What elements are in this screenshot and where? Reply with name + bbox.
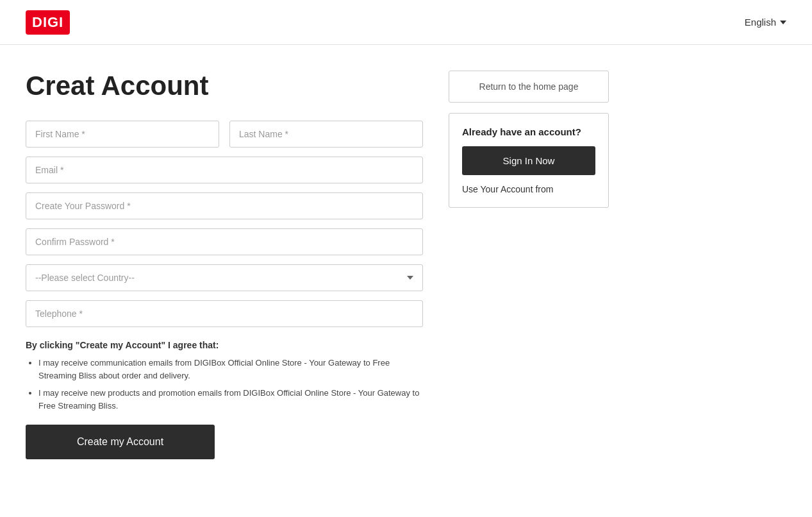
password-input[interactable] — [26, 192, 423, 219]
agreement-title: By clicking "Create my Account" I agree … — [26, 340, 423, 350]
country-group: --Please select Country-- — [26, 264, 423, 291]
already-have-account-text: Already have an account? — [462, 126, 595, 137]
name-row — [26, 121, 423, 148]
agreement-list: I may receive communication emails from … — [26, 357, 423, 412]
main-content: Creat Account --Please select Country-- — [0, 45, 812, 485]
use-account-text: Use Your Account from — [462, 184, 595, 194]
telephone-group — [26, 300, 423, 327]
last-name-input[interactable] — [229, 121, 423, 148]
list-item: I may receive new products and promotion… — [38, 387, 423, 412]
logo: DIGI — [26, 10, 70, 35]
email-input[interactable] — [26, 157, 423, 183]
country-select[interactable]: --Please select Country-- — [26, 264, 423, 291]
password-group — [26, 192, 423, 219]
language-label: English — [745, 17, 776, 28]
chevron-down-icon — [780, 21, 786, 24]
first-name-input[interactable] — [26, 121, 219, 148]
sign-in-card: Already have an account? Sign In Now Use… — [449, 113, 609, 208]
header: DIGI English — [0, 0, 812, 45]
create-account-button[interactable]: Create my Account — [26, 425, 215, 459]
language-selector[interactable]: English — [745, 17, 786, 28]
logo-container: DIGI — [26, 10, 70, 35]
form-section: Creat Account --Please select Country-- — [26, 71, 423, 459]
agreement-section: By clicking "Create my Account" I agree … — [26, 340, 423, 412]
confirm-password-input[interactable] — [26, 228, 423, 255]
list-item: I may receive communication emails from … — [38, 357, 423, 382]
return-home-button[interactable]: Return to the home page — [449, 71, 609, 103]
page-title: Creat Account — [26, 71, 423, 101]
telephone-input[interactable] — [26, 300, 423, 327]
sign-in-button[interactable]: Sign In Now — [462, 146, 595, 175]
email-group — [26, 157, 423, 183]
sidebar: Return to the home page Already have an … — [449, 71, 609, 459]
confirm-password-group — [26, 228, 423, 255]
